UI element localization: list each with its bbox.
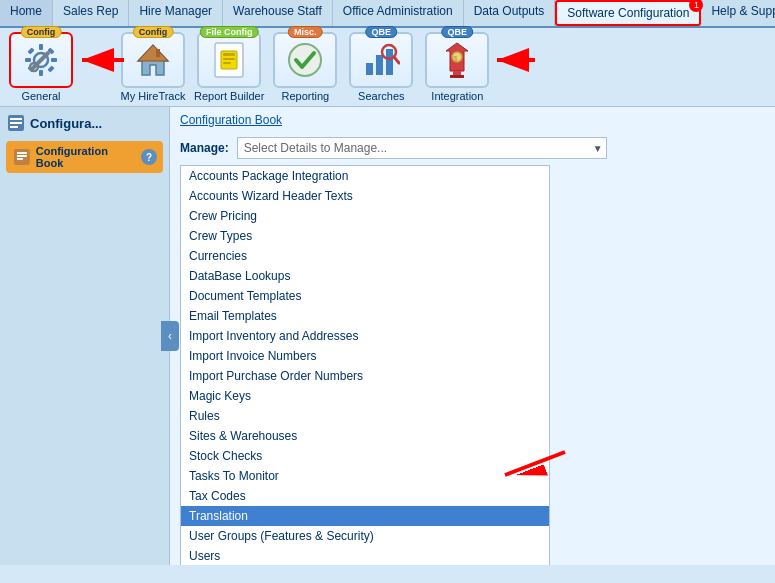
nav-tab-software-config[interactable]: Software Configuration 1 <box>555 0 701 26</box>
nav-tab-office-admin[interactable]: Office Administration <box>333 0 464 26</box>
sidebar-title-icon <box>6 113 26 133</box>
searches-label: Searches <box>358 90 404 102</box>
integration-label: Integration <box>431 90 483 102</box>
dropdown-item-11[interactable]: Magic Keys <box>181 386 549 406</box>
general-label: General <box>21 90 60 102</box>
nav-tab-hire-manager[interactable]: Hire Manager <box>129 0 223 26</box>
dropdown-item-1[interactable]: Accounts Wizard Header Texts <box>181 186 549 206</box>
svg-rect-35 <box>10 118 22 120</box>
toolbar-btn-report-builder[interactable]: File Config Report Builder <box>194 32 264 102</box>
check-icon <box>286 41 324 79</box>
reporting-label: Reporting <box>281 90 329 102</box>
manage-row: Manage: Select Details to Manage... ▼ <box>180 137 765 159</box>
nav-tab-help-support[interactable]: Help & Support <box>701 0 775 26</box>
report-builder-label: Report Builder <box>194 90 264 102</box>
svg-rect-7 <box>27 47 34 54</box>
svg-line-26 <box>394 57 399 63</box>
dropdown-item-10[interactable]: Import Purchase Order Numbers <box>181 366 549 386</box>
dropdown-wrapper: Accounts Package Integration Accounts Wi… <box>180 165 550 565</box>
nav-tab-warehouse-staff[interactable]: Warehouse Staff <box>223 0 333 26</box>
svg-rect-39 <box>17 152 27 154</box>
dropdown-item-4[interactable]: Currencies <box>181 246 549 266</box>
nav-tab-data-outputs[interactable]: Data Outputs <box>464 0 556 26</box>
report-builder-tag: File Config <box>200 26 259 38</box>
svg-point-21 <box>289 44 321 76</box>
svg-rect-36 <box>10 122 22 124</box>
dropdown-item-3[interactable]: Crew Types <box>181 226 549 246</box>
gear-icon <box>23 42 59 78</box>
toolbar-btn-integration[interactable]: QBE $ Integration <box>422 32 492 102</box>
svg-rect-31 <box>450 75 464 78</box>
svg-rect-22 <box>366 63 373 75</box>
red-arrow-translation <box>490 447 570 487</box>
svg-text:$: $ <box>453 54 458 63</box>
svg-rect-23 <box>376 55 383 75</box>
general-tag: Config <box>21 26 62 38</box>
svg-rect-19 <box>223 58 235 60</box>
sidebar-title: Configura... <box>6 113 163 133</box>
integration-tag: QBE <box>442 26 474 38</box>
dropdown-item-6[interactable]: Document Templates <box>181 286 549 306</box>
svg-rect-4 <box>39 70 43 76</box>
dropdown-item-2[interactable]: Crew Pricing <box>181 206 549 226</box>
nav-tab-home[interactable]: Home <box>0 0 53 26</box>
dropdown-item-0[interactable]: Accounts Package Integration <box>181 166 549 186</box>
report-icon <box>211 41 247 79</box>
svg-rect-20 <box>223 62 231 64</box>
sidebar-item-config-book[interactable]: Configuration Book ? <box>6 141 163 173</box>
svg-rect-5 <box>25 58 31 62</box>
svg-rect-40 <box>17 155 27 157</box>
manage-label: Manage: <box>180 141 229 155</box>
svg-rect-6 <box>51 58 57 62</box>
main-area: Configura... Configuration Book ? ‹ Conf… <box>0 107 775 565</box>
toolbar: Config General <box>0 28 775 107</box>
hiretrack-tag: Config <box>133 26 174 38</box>
reporting-tag: Misc. <box>288 26 323 38</box>
searches-icon <box>362 41 400 79</box>
dropdown-item-16[interactable]: Tax Codes <box>181 486 549 506</box>
svg-rect-37 <box>10 126 18 128</box>
dropdown-item-18[interactable]: User Groups (Features & Security) <box>181 526 549 546</box>
config-book-icon <box>12 147 32 167</box>
dropdown-item-19[interactable]: Users <box>181 546 549 565</box>
dropdown-item-8[interactable]: Import Inventory and Addresses <box>181 326 549 346</box>
dropdown-item-12[interactable]: Rules <box>181 406 549 426</box>
dropdown-item-9[interactable]: Import Invoice Numbers <box>181 346 549 366</box>
hiretrack-label: My HireTrack <box>121 90 186 102</box>
help-icon[interactable]: ? <box>141 149 157 165</box>
toolbar-btn-reporting[interactable]: Misc. Reporting <box>270 32 340 102</box>
dropdown-list: Accounts Package Integration Accounts Wi… <box>180 165 550 565</box>
svg-rect-10 <box>47 65 54 72</box>
dropdown-item-7[interactable]: Email Templates <box>181 306 549 326</box>
nav-tab-sales-rep[interactable]: Sales Rep <box>53 0 129 26</box>
integration-icon: $ <box>438 41 476 79</box>
sidebar: Configura... Configuration Book ? ‹ <box>0 107 170 565</box>
svg-rect-15 <box>156 49 160 57</box>
svg-rect-3 <box>39 44 43 50</box>
svg-rect-24 <box>386 49 393 75</box>
toolbar-btn-general[interactable]: Config General <box>6 32 76 102</box>
searches-tag: QBE <box>366 26 398 38</box>
svg-rect-18 <box>223 53 235 56</box>
collapse-sidebar-button[interactable]: ‹ <box>161 321 179 351</box>
manage-select-display[interactable]: Select Details to Manage... <box>237 137 607 159</box>
sidebar-title-text: Configura... <box>30 116 102 131</box>
manage-select-container: Select Details to Manage... ▼ <box>237 137 607 159</box>
dropdown-item-17[interactable]: Translation <box>181 506 549 526</box>
top-nav: Home Sales Rep Hire Manager Warehouse St… <box>0 0 775 28</box>
content-area: Configuration Book Manage: Select Detail… <box>170 107 775 565</box>
dropdown-item-5[interactable]: DataBase Lookups <box>181 266 549 286</box>
svg-rect-41 <box>17 158 23 160</box>
svg-marker-14 <box>138 45 168 61</box>
house-icon <box>134 41 172 79</box>
sidebar-item-label: Configuration Book <box>36 145 137 169</box>
red-arrow-general <box>74 38 129 82</box>
dropdown-item-13[interactable]: Sites & Warehouses <box>181 426 549 446</box>
breadcrumb[interactable]: Configuration Book <box>180 113 765 127</box>
toolbar-btn-searches[interactable]: QBE Searches <box>346 32 416 102</box>
svg-line-43 <box>505 452 565 475</box>
red-arrow-integration <box>489 40 539 80</box>
